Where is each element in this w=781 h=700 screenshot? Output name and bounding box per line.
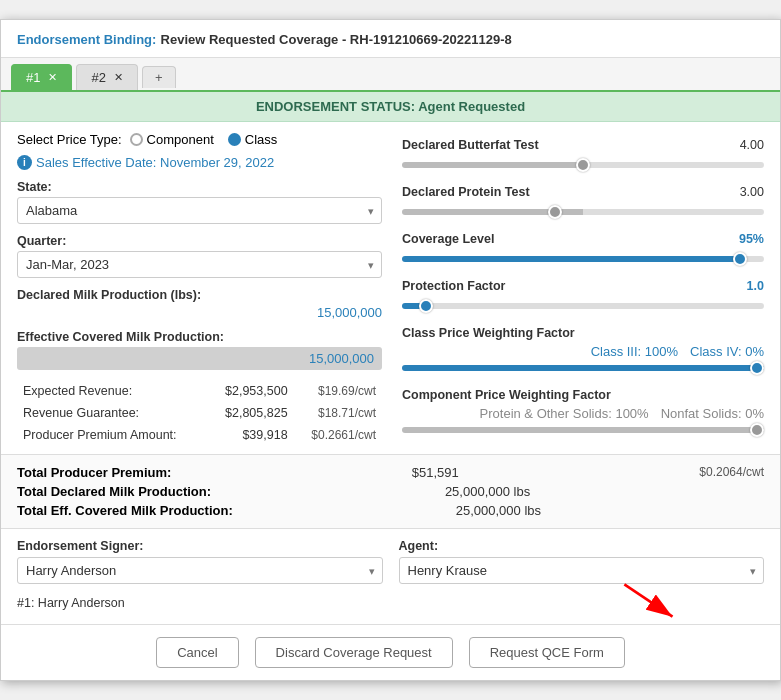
coverage-slider-value: 95% bbox=[739, 232, 764, 246]
component-price-slider[interactable] bbox=[402, 427, 764, 433]
tab-2-close[interactable]: ✕ bbox=[114, 71, 123, 84]
component-price-slider-header: Component Price Weighting Factor bbox=[402, 388, 764, 402]
agent-dropdown-wrapper: Henry Krause ▾ bbox=[399, 557, 765, 584]
request-qce-button[interactable]: Request QCE Form bbox=[469, 637, 625, 668]
metric-revenue-value: $2,805,825 bbox=[208, 402, 294, 424]
metrics-table: Expected Revenue: $2,953,500 $19.69/cwt … bbox=[17, 380, 382, 446]
cancel-button[interactable]: Cancel bbox=[156, 637, 238, 668]
price-type-radios: Component Class bbox=[130, 132, 278, 147]
metric-expected-label: Expected Revenue: bbox=[17, 380, 208, 402]
tab-1-close[interactable]: ✕ bbox=[48, 71, 57, 84]
signer-dropdown[interactable]: Harry Anderson bbox=[17, 557, 383, 584]
component-radio[interactable]: Component bbox=[130, 132, 214, 147]
component-sub-labels: Protein & Other Solids: 100% Nonfat Soli… bbox=[402, 406, 764, 421]
metric-premium-cwt: $0.2661/cwt bbox=[294, 424, 382, 446]
state-dropdown[interactable]: Alabama bbox=[17, 197, 382, 224]
tab-2[interactable]: #2 ✕ bbox=[76, 64, 137, 90]
right-panel: Declared Butterfat Test 4.00 Declared Pr… bbox=[402, 132, 764, 450]
metric-expected-cwt: $19.69/cwt bbox=[294, 380, 382, 402]
left-panel: Select Price Type: Component Class i Sal… bbox=[17, 132, 382, 450]
butterfat-slider[interactable] bbox=[402, 162, 764, 168]
declared-milk-label: Declared Milk Production (lbs): bbox=[17, 288, 382, 302]
tabs-bar: #1 ✕ #2 ✕ + bbox=[1, 58, 780, 92]
protein-slider-value: 3.00 bbox=[740, 185, 764, 199]
class-radio[interactable]: Class bbox=[228, 132, 278, 147]
metric-revenue-label: Revenue Guarantee: bbox=[17, 402, 208, 424]
modal-title-value: Review Requested Coverage - RH-191210669… bbox=[161, 32, 512, 47]
agent-dropdown[interactable]: Henry Krause bbox=[399, 557, 765, 584]
effective-covered-section: Effective Covered Milk Production: 15,00… bbox=[17, 330, 382, 370]
class-price-slider[interactable] bbox=[402, 365, 764, 371]
total-premium-label: Total Producer Premium: bbox=[17, 465, 171, 480]
class-iii-label: Class III: 100% bbox=[591, 344, 678, 359]
state-dropdown-wrapper: Alabama ▾ bbox=[17, 197, 382, 224]
price-type-row: Select Price Type: Component Class bbox=[17, 132, 382, 147]
class-price-slider-header: Class Price Weighting Factor bbox=[402, 326, 764, 340]
coverage-slider-section: Coverage Level 95% bbox=[402, 232, 764, 265]
total-premium-row: Total Producer Premium: $51,591 $0.2064/… bbox=[17, 463, 764, 482]
signer-col: Endorsement Signer: Harry Anderson ▾ #1:… bbox=[17, 539, 383, 614]
svg-line-1 bbox=[624, 584, 672, 616]
tab-1[interactable]: #1 ✕ bbox=[11, 64, 72, 90]
total-eff-row: Total Eff. Covered Milk Production: 25,0… bbox=[17, 501, 764, 520]
modal-title: Endorsement Binding: Review Requested Co… bbox=[1, 20, 780, 58]
protein-slider[interactable] bbox=[402, 209, 764, 215]
sales-effective-label: Sales Effective Date: November 29, 2022 bbox=[36, 155, 274, 170]
butterfat-slider-label: Declared Butterfat Test bbox=[402, 138, 539, 152]
nonfat-solids-label: Nonfat Solids: 0% bbox=[661, 406, 764, 421]
metric-row-premium: Producer Premium Amount: $39,918 $0.2661… bbox=[17, 424, 382, 446]
class-radio-label: Class bbox=[245, 132, 278, 147]
butterfat-slider-header: Declared Butterfat Test 4.00 bbox=[402, 138, 764, 152]
quarter-label: Quarter: bbox=[17, 234, 382, 248]
sales-effective-date: i Sales Effective Date: November 29, 202… bbox=[17, 155, 382, 170]
protection-slider-value: 1.0 bbox=[747, 279, 764, 293]
quarter-dropdown[interactable]: Jan-Mar, 2023 bbox=[17, 251, 382, 278]
metric-premium-value: $39,918 bbox=[208, 424, 294, 446]
effective-covered-value: 15,000,000 bbox=[17, 347, 382, 370]
price-type-label: Select Price Type: bbox=[17, 132, 122, 147]
agent-label: Agent: bbox=[399, 539, 765, 553]
declared-milk-section: Declared Milk Production (lbs): 15,000,0… bbox=[17, 288, 382, 320]
modal-container: Endorsement Binding: Review Requested Co… bbox=[0, 19, 781, 681]
discard-button[interactable]: Discard Coverage Request bbox=[255, 637, 453, 668]
signer-label: Endorsement Signer: bbox=[17, 539, 383, 553]
signer-dropdown-wrapper: Harry Anderson ▾ bbox=[17, 557, 383, 584]
component-radio-label: Component bbox=[147, 132, 214, 147]
total-premium-cwt: $0.2064/cwt bbox=[699, 465, 764, 480]
totals-section: Total Producer Premium: $51,591 $0.2064/… bbox=[1, 454, 780, 528]
tab-2-label: #2 bbox=[91, 70, 105, 85]
protection-slider-label: Protection Factor bbox=[402, 279, 506, 293]
total-eff-value: 25,000,000 lbs bbox=[456, 503, 541, 518]
coverage-slider-label: Coverage Level bbox=[402, 232, 494, 246]
protein-slider-label: Declared Protein Test bbox=[402, 185, 530, 199]
protection-slider-section: Protection Factor 1.0 bbox=[402, 279, 764, 312]
info-icon: i bbox=[17, 155, 32, 170]
modal-title-label: Endorsement Binding: bbox=[17, 32, 156, 47]
declared-milk-value: 15,000,000 bbox=[17, 305, 382, 320]
coverage-slider[interactable] bbox=[402, 256, 764, 262]
total-eff-label: Total Eff. Covered Milk Production: bbox=[17, 503, 233, 518]
class-price-sub-labels: Class III: 100% Class IV: 0% bbox=[402, 344, 764, 359]
tab-add[interactable]: + bbox=[142, 66, 176, 88]
class-price-slider-section: Class Price Weighting Factor Class III: … bbox=[402, 326, 764, 374]
class-iv-label: Class IV: 0% bbox=[690, 344, 764, 359]
total-declared-value: 25,000,000 lbs bbox=[445, 484, 530, 499]
tab-1-label: #1 bbox=[26, 70, 40, 85]
footer-buttons: Cancel Discard Coverage Request Request … bbox=[1, 624, 780, 680]
protection-slider[interactable] bbox=[402, 303, 764, 309]
protein-solids-label: Protein & Other Solids: 100% bbox=[480, 406, 649, 421]
effective-covered-label: Effective Covered Milk Production: bbox=[17, 330, 382, 344]
agent-col: Agent: Henry Krause ▾ bbox=[399, 539, 765, 614]
class-price-slider-label: Class Price Weighting Factor bbox=[402, 326, 575, 340]
component-radio-circle bbox=[130, 133, 143, 146]
metric-expected-value: $2,953,500 bbox=[208, 380, 294, 402]
component-price-slider-section: Component Price Weighting Factor Protein… bbox=[402, 388, 764, 436]
signer-name: #1: Harry Anderson bbox=[17, 592, 383, 614]
coverage-slider-header: Coverage Level 95% bbox=[402, 232, 764, 246]
endorsement-status: ENDORSEMENT STATUS: Agent Requested bbox=[1, 92, 780, 122]
butterfat-slider-section: Declared Butterfat Test 4.00 bbox=[402, 138, 764, 171]
protein-slider-section: Declared Protein Test 3.00 bbox=[402, 185, 764, 218]
class-radio-circle bbox=[228, 133, 241, 146]
right-panel-content: Declared Butterfat Test 4.00 Declared Pr… bbox=[402, 132, 764, 436]
protection-slider-header: Protection Factor 1.0 bbox=[402, 279, 764, 293]
